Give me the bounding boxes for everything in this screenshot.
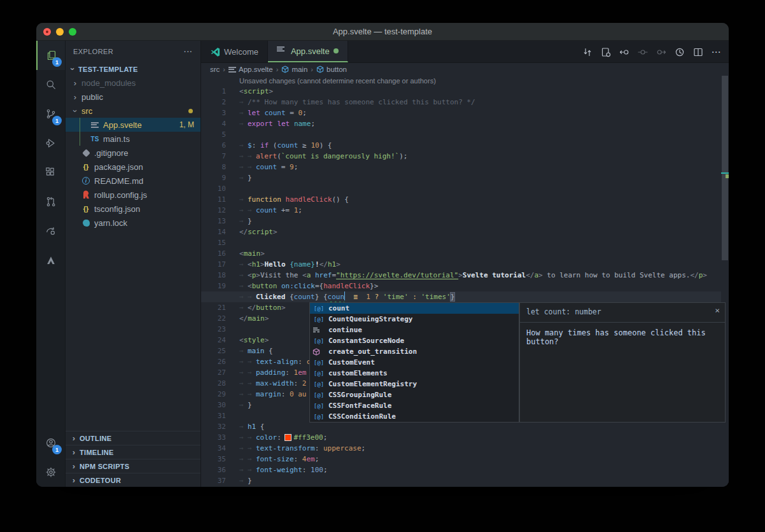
section-outline[interactable]: ›OUTLINE [66,431,200,445]
open-preview-button[interactable] [599,45,613,59]
code-line-14[interactable]: 14</script> [201,227,729,237]
suggest-item-continue[interactable]: continue [310,325,519,335]
previous-change-button[interactable] [617,45,631,59]
code-line-12[interactable]: 12→→count += 1; [201,205,729,216]
minimize-window-button[interactable] [56,28,64,36]
suggest-item-customevent[interactable]: [@]CustomEvent [310,357,519,368]
file-row-main-ts[interactable]: TSmain.ts [66,132,200,146]
code-token: → [239,108,248,118]
code-line-32[interactable]: 32→h1 { [201,421,729,432]
code-line-18[interactable]: 18→<p>Visit the <a href="https://svelte.… [201,270,729,281]
suggest-item-countqueuingstrategy[interactable]: [@]CountQueuingStrategy [310,314,519,325]
zoom-window-button[interactable] [69,28,76,36]
more-actions-button[interactable]: ··· [710,45,724,59]
file-row-rollup-config-js[interactable]: rollup.config.js [66,188,200,202]
code-line-19[interactable]: 19→<button on:click={handleClick}> [201,281,729,291]
suggest-item-count[interactable]: [@]count [310,303,519,314]
code-line-8[interactable]: 8→→count = 9; [201,162,729,172]
file-row-src[interactable]: ›src [66,104,200,118]
code-line-15[interactable]: 15 [201,237,729,248]
code-line-2[interactable]: 2→/** How many times has someone clicked… [201,97,729,108]
section-npm-scripts[interactable]: ›NPM SCRIPTS [66,459,200,473]
open-changes-button[interactable] [580,45,594,59]
activity-source-control[interactable]: 1 [36,99,65,129]
activity-explorer[interactable]: 1 [36,41,65,70]
code-line-16[interactable]: 16<main> [201,248,729,259]
close-window-button[interactable] [43,28,51,36]
current-change-button[interactable] [636,45,650,59]
code-line-3[interactable]: 3→let count = 0; [201,108,729,118]
editor-scrollbar[interactable] [721,76,729,487]
code-line-1[interactable]: 1<script> [201,86,729,97]
activity-github-pr[interactable] [36,187,65,216]
activity-live-share[interactable] [36,216,65,246]
code-line-6[interactable]: 6→$: if (count ≥ 10) { [201,140,729,151]
activity-azure[interactable] [36,246,65,275]
suggest-label: CSSGroupingRule [328,391,391,399]
suggest-item-customelementregistry[interactable]: [@]CustomElementRegistry [310,379,519,389]
activity-accounts[interactable]: 1 [36,428,65,458]
suggest-item-constantsourcenode[interactable]: [@]ConstantSourceNode [310,335,519,346]
code-token: ! [315,260,319,269]
code-token: > [265,336,269,344]
tab-welcome[interactable]: Welcome [201,41,268,62]
code-token: → [239,432,248,443]
split-editor-button[interactable] [691,45,705,59]
tab-app-svelte[interactable]: App.svelte [268,41,348,62]
breadcrumb-main[interactable]: main [281,66,307,73]
suggest-item-customelements[interactable]: [@]customElements [310,368,519,379]
suggest-item-cssgroupingrule[interactable]: [@]CSSGroupingRule [310,389,519,400]
file-history-button[interactable] [673,45,687,59]
suggest-item-cssfontfacerule[interactable]: [@]CSSFontFaceRule [310,400,519,411]
title-bar[interactable]: App.svelte — test-template [36,23,729,41]
explorer-more-actions-button[interactable]: ··· [184,48,193,55]
code-token: → [239,302,248,313]
suggest-item-cssconditionrule[interactable]: [@]CSSConditionRule [310,411,519,422]
activity-settings[interactable] [36,458,65,487]
code-line-33[interactable]: 33→→color: #ff3e00; [201,432,729,443]
suggest-label: CSSFontFaceRule [328,402,391,410]
code-line-11[interactable]: 11→function handleClick() { [201,194,729,205]
file-row-yarn-lock[interactable]: yarn.lock [66,216,200,230]
activity-search[interactable] [36,70,65,99]
section-codetour[interactable]: ›CODETOUR [66,473,200,487]
code-line-10[interactable]: 10 [201,183,729,194]
activity-run-debug[interactable] [36,129,65,158]
lightbulb-icon[interactable] [224,293,230,300]
code-line-35[interactable]: 35→→font-size: 4em; [201,454,729,465]
code-line-17[interactable]: 17→<h1>Hello {name}!</h1> [201,259,729,270]
code-line-37[interactable]: 37→} [201,475,729,486]
breadcrumb-app-svelte[interactable]: App.svelte [228,66,273,73]
code-editor[interactable]: Unsaved changes (cannot determine recent… [201,76,729,487]
file-row-package-json[interactable]: {}package.json [66,160,200,174]
file-row--gitignore[interactable]: .gitignore [66,146,200,160]
code-line-34[interactable]: 34→→text-transform: uppercase; [201,443,729,454]
code-line-9[interactable]: 9→} [201,172,729,183]
code-token: count [294,293,315,301]
file-row-public[interactable]: ›public [66,90,200,104]
code-line-4[interactable]: 4→export let name; [201,118,729,129]
close-icon[interactable]: × [715,305,720,315]
activity-extensions[interactable] [36,158,65,187]
line-number: 24 [201,335,239,346]
file-row-tsconfig-json[interactable]: {}tsconfig.json [66,202,200,216]
code-line-20[interactable]: →→Clicked {count} {coun ≡ 1 ? 'time' : '… [201,291,729,302]
scrollbar-slider[interactable] [722,76,728,260]
next-change-button[interactable] [654,45,668,59]
code-line-5[interactable]: 5 [201,129,729,140]
code-line-36[interactable]: 36→→font-weight: 100; [201,465,729,475]
code-line-13[interactable]: 13→} [201,216,729,227]
section-timeline[interactable]: ›TIMELINE [66,445,200,459]
file-row-node-modules[interactable]: ›node_modules [66,76,200,90]
file-row-readme-md[interactable]: iREADME.md [66,174,200,188]
line-number: 18 [201,270,239,281]
code-token: ; [361,444,366,452]
breadcrumb-src[interactable]: src [210,66,220,73]
code-line-7[interactable]: 7→→alert(`count is dangerously high!`); [201,151,729,162]
code-token: > [458,271,463,279]
workspace-root-folder[interactable]: › TEST-TEMPLATE [66,62,200,76]
breadcrumb-button[interactable]: button [316,66,347,73]
suggest-item-create_out_transition[interactable]: create_out_transition [310,346,519,357]
file-row-app-svelte[interactable]: App.svelte1, M [66,118,200,132]
code-token: → [248,378,256,389]
